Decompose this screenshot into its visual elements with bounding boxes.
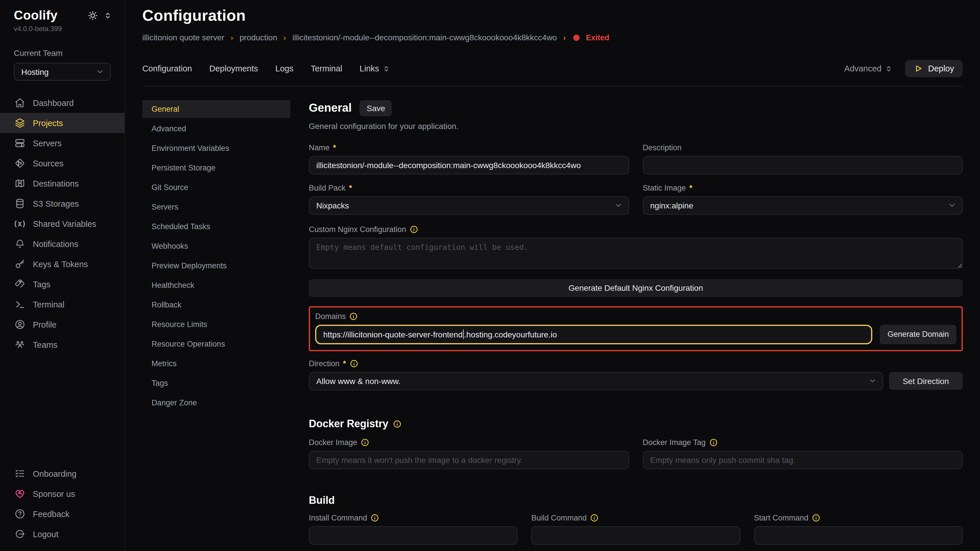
- start-command-input[interactable]: [754, 526, 963, 545]
- domains-input[interactable]: https://illicitonion-quote-server-fronte…: [315, 325, 873, 344]
- sidebar-item-tags[interactable]: Tags: [0, 274, 124, 294]
- direction-select[interactable]: Allow www & non-www.: [309, 372, 883, 391]
- build-command-input[interactable]: [531, 526, 740, 545]
- name-input[interactable]: [309, 156, 629, 175]
- tab-links[interactable]: Links: [360, 64, 390, 73]
- section-nav-rollback[interactable]: Rollback: [142, 296, 290, 314]
- advanced-select[interactable]: Advanced: [844, 64, 892, 73]
- info-icon[interactable]: [410, 225, 418, 234]
- info-icon[interactable]: [349, 312, 358, 321]
- section-heading: General: [309, 102, 352, 115]
- team-select[interactable]: Hosting: [14, 63, 111, 81]
- generate-domain-button[interactable]: Generate Domain: [880, 325, 956, 344]
- section-nav-preview-deployments[interactable]: Preview Deployments: [142, 257, 290, 275]
- database-icon: [14, 198, 25, 209]
- sidebar-item-destinations[interactable]: Destinations: [0, 173, 124, 194]
- static-image-select[interactable]: nginx:alpine: [643, 196, 963, 215]
- layers-icon: [14, 117, 25, 129]
- info-icon[interactable]: [709, 438, 718, 447]
- description-input[interactable]: [643, 156, 963, 175]
- section-nav-healthcheck[interactable]: Healthcheck: [142, 276, 290, 294]
- required-asterisk: *: [689, 184, 692, 192]
- tab-terminal[interactable]: Terminal: [311, 64, 342, 73]
- section-nav-advanced[interactable]: Advanced: [142, 120, 290, 138]
- checklist-icon: [14, 468, 25, 479]
- deploy-button[interactable]: Deploy: [905, 60, 963, 77]
- set-direction-button[interactable]: Set Direction: [889, 372, 963, 390]
- section-nav-persistent-storage[interactable]: Persistent Storage: [142, 159, 290, 177]
- text-caret: [463, 330, 464, 340]
- play-icon: [914, 64, 923, 73]
- sidebar-item-dashboard[interactable]: Dashboard: [0, 93, 124, 113]
- section-nav-danger-zone[interactable]: Danger Zone: [142, 394, 290, 412]
- breadcrumb: illicitonion quote server › production ›…: [142, 33, 963, 42]
- sidebar-item-servers[interactable]: Servers: [0, 133, 124, 153]
- info-icon[interactable]: [590, 514, 599, 522]
- start-command-label: Start Command: [754, 514, 808, 522]
- user-circle-icon: [14, 319, 25, 330]
- heart-handshake-icon: [14, 488, 25, 499]
- section-nav-metrics[interactable]: Metrics: [142, 355, 290, 373]
- chevron-down-icon: [868, 377, 877, 386]
- sidebar-item-shared-variables[interactable]: (x) Shared Variables: [0, 214, 124, 234]
- domains-label: Domains: [315, 312, 346, 321]
- docker-image-tag-input[interactable]: [643, 451, 963, 469]
- section-nav-git-source[interactable]: Git Source: [142, 178, 290, 196]
- build-pack-select[interactable]: Nixpacks: [309, 196, 629, 215]
- sidebar-item-onboarding[interactable]: Onboarding: [0, 464, 124, 484]
- sidebar-item-keys-tokens[interactable]: Keys & Tokens: [0, 254, 124, 274]
- sidebar-item-sponsor-us[interactable]: Sponsor us: [0, 484, 124, 504]
- section-nav-resource-limits[interactable]: Resource Limits: [142, 316, 290, 333]
- info-icon[interactable]: [371, 514, 379, 522]
- sidebar-item-s3-storages[interactable]: S3 Storages: [0, 194, 124, 214]
- tab-logs[interactable]: Logs: [275, 64, 294, 73]
- build-command-label: Build Command: [531, 514, 587, 522]
- custom-nginx-textarea[interactable]: [309, 238, 963, 269]
- breadcrumb-application[interactable]: illicitestonion/-module--decomposition:m…: [293, 33, 557, 42]
- breadcrumb-project[interactable]: illicitonion quote server: [142, 33, 224, 42]
- sidebar-collapse-chevrons-icon[interactable]: [104, 11, 112, 19]
- chevron-down-icon: [948, 201, 956, 210]
- generate-nginx-button[interactable]: Generate Default Nginx Configuration: [309, 279, 963, 297]
- required-asterisk: *: [349, 184, 352, 192]
- current-team-label: Current Team: [0, 48, 124, 57]
- save-button[interactable]: Save: [360, 100, 392, 116]
- info-icon[interactable]: [812, 514, 821, 522]
- section-nav-resource-operations[interactable]: Resource Operations: [142, 335, 290, 353]
- general-form: General Save General configuration for y…: [309, 100, 963, 551]
- tab-deployments[interactable]: Deployments: [209, 64, 258, 73]
- theme-toggle-sun-icon[interactable]: [88, 10, 98, 21]
- section-nav-tags[interactable]: Tags: [142, 374, 290, 392]
- status-badge: Exited: [586, 33, 609, 42]
- info-icon[interactable]: [361, 438, 369, 447]
- section-nav-webhooks[interactable]: Webhooks: [142, 237, 290, 255]
- info-icon[interactable]: [349, 359, 358, 368]
- tabs-row: Configuration Deployments Logs Terminal …: [142, 60, 963, 77]
- sidebar-item-terminal[interactable]: Terminal: [0, 294, 124, 314]
- sidebar-item-logout[interactable]: Logout: [0, 524, 124, 544]
- install-command-input[interactable]: [309, 526, 518, 545]
- sidebar-item-notifications[interactable]: Notifications: [0, 234, 124, 254]
- docker-image-input[interactable]: [309, 451, 629, 469]
- sidebar-item-profile[interactable]: Profile: [0, 314, 124, 335]
- domains-highlight-box: Domains https://illicitonion-quote-serve…: [309, 306, 963, 351]
- section-nav-servers[interactable]: Servers: [142, 198, 290, 216]
- tab-configuration[interactable]: Configuration: [142, 64, 192, 73]
- section-nav-general[interactable]: General: [142, 100, 290, 118]
- breadcrumb-environment[interactable]: production: [240, 33, 277, 42]
- static-image-label: Static Image: [643, 184, 686, 192]
- sidebar-item-sources[interactable]: Sources: [0, 153, 124, 173]
- sidebar-spacer: [0, 355, 124, 464]
- direction-label: Direction: [309, 359, 340, 368]
- section-nav-scheduled-tasks[interactable]: Scheduled Tasks: [142, 218, 290, 235]
- sidebar-item-feedback[interactable]: Feedback: [0, 504, 124, 524]
- variables-icon: (x): [14, 218, 25, 229]
- section-nav-environment-variables[interactable]: Environment Variables: [142, 139, 290, 157]
- info-icon[interactable]: [393, 420, 402, 428]
- sidebar-item-teams[interactable]: Teams: [0, 335, 124, 355]
- description-label: Description: [643, 143, 682, 152]
- chevrons-up-down-icon: [885, 65, 892, 72]
- sidebar-item-projects[interactable]: Projects: [0, 113, 124, 133]
- required-asterisk: *: [343, 359, 346, 368]
- build-heading: Build: [309, 495, 335, 507]
